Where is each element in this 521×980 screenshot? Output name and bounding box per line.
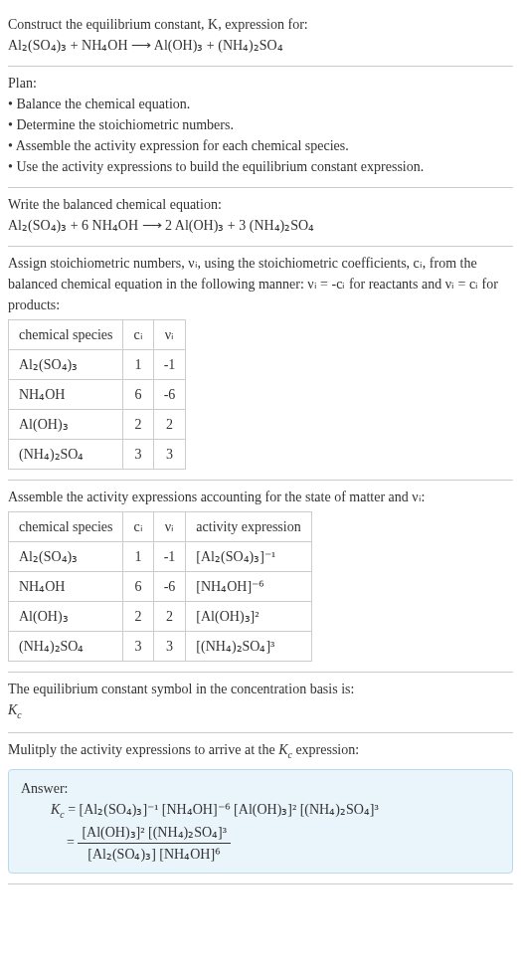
- stoich-text: Assign stoichiometric numbers, νᵢ, using…: [8, 253, 513, 315]
- plan-heading: Plan:: [8, 73, 513, 94]
- table-row: (NH₄)₂SO₄ 3 3 [(NH₄)₂SO₄]³: [9, 632, 312, 662]
- col-header: νᵢ: [153, 512, 186, 542]
- table-row: NH₄OH 6 -6: [9, 380, 186, 410]
- cell: -1: [153, 542, 186, 572]
- activity-text: Assemble the activity expressions accoun…: [8, 487, 513, 507]
- cell: Al₂(SO₄)₃: [9, 542, 123, 572]
- cell: [Al(OH)₃]²: [186, 602, 311, 632]
- intro-text: Construct the equilibrium constant, K, e…: [8, 17, 308, 32]
- symbol-section: The equilibrium constant symbol in the c…: [8, 673, 513, 733]
- cell: Al₂(SO₄)₃: [9, 350, 123, 380]
- cell: 3: [123, 632, 153, 662]
- col-header: cᵢ: [123, 512, 153, 542]
- cell: 6: [123, 572, 153, 602]
- table-row: NH₄OH 6 -6 [NH₄OH]⁻⁶: [9, 572, 312, 602]
- cell: [(NH₄)₂SO₄]³: [186, 632, 311, 662]
- intro-section: Construct the equilibrium constant, K, e…: [8, 8, 513, 67]
- cell: Al(OH)₃: [9, 410, 123, 440]
- cell: (NH₄)₂SO₄: [9, 440, 123, 470]
- plan-item: • Use the activity expressions to build …: [8, 156, 513, 177]
- cell: 3: [153, 632, 186, 662]
- cell: -6: [153, 572, 186, 602]
- table-row: Al₂(SO₄)₃ 1 -1 [Al₂(SO₄)₃]⁻¹: [9, 542, 312, 572]
- table-row: chemical species cᵢ νᵢ activity expressi…: [9, 512, 312, 542]
- plan-item: • Determine the stoichiometric numbers.: [8, 114, 513, 135]
- table-row: Al(OH)₃ 2 2: [9, 410, 186, 440]
- plan-item: • Balance the chemical equation.: [8, 94, 513, 114]
- table-row: chemical species cᵢ νᵢ: [9, 320, 186, 350]
- answer-fraction: [Al(OH)₃]² [(NH₄)₂SO₄]³ [Al₂(SO₄)₃] [NH₄…: [78, 822, 231, 865]
- plan-item: • Assemble the activity expression for e…: [8, 135, 513, 156]
- plan-section: Plan: • Balance the chemical equation. •…: [8, 67, 513, 188]
- answer-line1: Kc = [Al₂(SO₄)₃]⁻¹ [NH₄OH]⁻⁶ [Al(OH)₃]² …: [51, 799, 500, 822]
- table-row: (NH₄)₂SO₄ 3 3: [9, 440, 186, 470]
- col-header: chemical species: [9, 320, 123, 350]
- fraction-numerator: [Al(OH)₃]² [(NH₄)₂SO₄]³: [78, 822, 231, 844]
- cell: [NH₄OH]⁻⁶: [186, 572, 311, 602]
- answer-box: Answer: Kc = [Al₂(SO₄)₃]⁻¹ [NH₄OH]⁻⁶ [Al…: [8, 769, 513, 874]
- cell: 2: [153, 602, 186, 632]
- col-header: activity expression: [186, 512, 311, 542]
- multiply-text: Mulitply the activity expressions to arr…: [8, 739, 513, 762]
- symbol-value: Kc: [8, 699, 513, 722]
- symbol-text: The equilibrium constant symbol in the c…: [8, 679, 513, 699]
- cell: 3: [153, 440, 186, 470]
- col-header: νᵢ: [153, 320, 186, 350]
- fraction-denominator: [Al₂(SO₄)₃] [NH₄OH]⁶: [78, 844, 231, 865]
- cell: Al(OH)₃: [9, 602, 123, 632]
- cell: 3: [123, 440, 153, 470]
- stoich-section: Assign stoichiometric numbers, νᵢ, using…: [8, 247, 513, 481]
- cell: 1: [123, 350, 153, 380]
- cell: 1: [123, 542, 153, 572]
- intro-line: Construct the equilibrium constant, K, e…: [8, 14, 513, 35]
- cell: 6: [123, 380, 153, 410]
- cell: 2: [123, 410, 153, 440]
- cell: NH₄OH: [9, 380, 123, 410]
- balanced-section: Write the balanced chemical equation: Al…: [8, 188, 513, 247]
- cell: (NH₄)₂SO₄: [9, 632, 123, 662]
- col-header: chemical species: [9, 512, 123, 542]
- balanced-text: Write the balanced chemical equation:: [8, 194, 513, 215]
- intro-equation: Al₂(SO₄)₃ + NH₄OH ⟶ Al(OH)₃ + (NH₄)₂SO₄: [8, 35, 513, 56]
- multiply-section: Mulitply the activity expressions to arr…: [8, 733, 513, 884]
- cell: -1: [153, 350, 186, 380]
- table-row: Al(OH)₃ 2 2 [Al(OH)₃]²: [9, 602, 312, 632]
- cell: -6: [153, 380, 186, 410]
- activity-section: Assemble the activity expressions accoun…: [8, 481, 513, 673]
- answer-label: Answer:: [21, 778, 500, 799]
- table-row: Al₂(SO₄)₃ 1 -1: [9, 350, 186, 380]
- stoich-table: chemical species cᵢ νᵢ Al₂(SO₄)₃ 1 -1 NH…: [8, 319, 186, 470]
- cell: [Al₂(SO₄)₃]⁻¹: [186, 542, 311, 572]
- cell: 2: [153, 410, 186, 440]
- activity-table: chemical species cᵢ νᵢ activity expressi…: [8, 511, 312, 662]
- cell: NH₄OH: [9, 572, 123, 602]
- col-header: cᵢ: [123, 320, 153, 350]
- answer-line2: = [Al(OH)₃]² [(NH₄)₂SO₄]³ [Al₂(SO₄)₃] [N…: [67, 822, 500, 865]
- cell: 2: [123, 602, 153, 632]
- balanced-equation: Al₂(SO₄)₃ + 6 NH₄OH ⟶ 2 Al(OH)₃ + 3 (NH₄…: [8, 215, 513, 236]
